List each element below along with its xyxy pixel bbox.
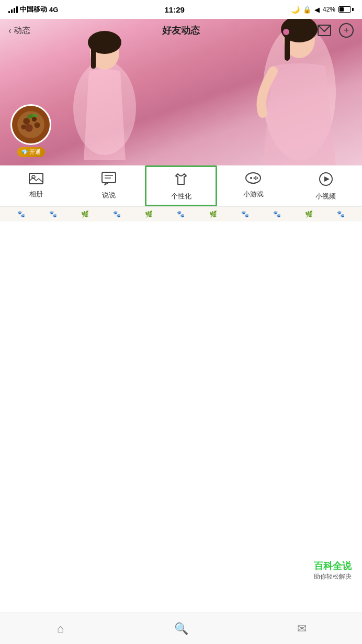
moments-label: 说说 — [102, 191, 116, 200]
message-icon: ✉ — [297, 622, 307, 636]
status-left: 中国移动 4G — [8, 5, 58, 14]
page-header: ‹ 动态 好友动态 + — [0, 19, 362, 42]
floating-badge-title: 百科全说 — [314, 560, 352, 572]
paw-icon: 🐾 — [49, 210, 57, 218]
paw-icon: 🐾 — [273, 210, 281, 218]
svg-marker-32 — [324, 176, 330, 182]
svg-point-24 — [246, 173, 261, 183]
back-button[interactable]: ‹ 动态 — [8, 25, 30, 36]
album-icon — [29, 172, 43, 187]
album-label: 相册 — [29, 190, 43, 199]
svg-point-30 — [254, 177, 255, 179]
minigame-icon — [245, 172, 262, 187]
floating-badge-subtitle: 助你轻松解决 — [314, 572, 352, 581]
tab-minigame[interactable]: 小游戏 — [217, 165, 289, 206]
avatar[interactable] — [10, 104, 51, 145]
moon-icon: 🌙 — [291, 5, 300, 14]
location-icon: ◀ — [314, 6, 320, 14]
battery-indicator — [338, 6, 354, 13]
cover-section: ‹ 动态 好友动态 + — [0, 19, 362, 165]
plus-circle-icon: + — [339, 23, 354, 38]
home-icon: ⌂ — [57, 622, 64, 636]
paw-icon: 🌿 — [145, 210, 153, 218]
header-actions: + — [317, 23, 354, 38]
paw-icon: 🌿 — [81, 210, 89, 218]
minivideo-label: 小视频 — [315, 192, 336, 201]
paw-icon: 🐾 — [177, 210, 185, 218]
tab-personalize[interactable]: 个性化 — [145, 165, 217, 206]
svg-point-27 — [255, 176, 257, 178]
status-right: 🌙 🔒 ◀ 42% — [291, 5, 354, 14]
bottom-nav-search[interactable]: 🔍 — [121, 622, 242, 636]
svg-point-14 — [34, 122, 40, 128]
status-bar: 中国移动 4G 11:29 🌙 🔒 ◀ 42% — [0, 0, 362, 19]
svg-point-29 — [255, 179, 257, 180]
svg-point-16 — [21, 125, 26, 129]
main-content — [0, 221, 362, 588]
network-label: 4G — [49, 6, 58, 14]
cover-figure-left — [42, 24, 173, 160]
bottom-nav: ⌂ 🔍 ✉ — [0, 613, 362, 644]
svg-point-15 — [25, 124, 33, 132]
minigame-label: 小游戏 — [243, 190, 264, 199]
bottom-nav-home[interactable]: ⌂ — [0, 622, 121, 636]
vip-badge[interactable]: 💎 开通 — [17, 147, 45, 157]
svg-rect-21 — [102, 172, 116, 183]
minivideo-icon — [319, 172, 333, 190]
paw-icon: 🐾 — [241, 210, 249, 218]
personalize-icon — [174, 172, 188, 190]
time-label: 11:29 — [164, 5, 184, 14]
paw-icon: 🌿 — [305, 210, 313, 218]
tab-moments[interactable]: 说说 — [72, 165, 144, 206]
floating-badge[interactable]: 百科全说 助你轻松解决 — [314, 560, 352, 581]
search-icon: 🔍 — [174, 622, 188, 636]
tabs-bar: 相册 说说 个性化 — [0, 165, 362, 207]
paw-icon: 🐾 — [17, 210, 25, 218]
add-icon-button[interactable]: + — [339, 23, 354, 38]
tab-minivideo[interactable]: 小视频 — [290, 165, 362, 206]
page-title: 好友动态 — [162, 24, 200, 37]
tab-album[interactable]: 相册 — [0, 165, 72, 206]
vip-label: 开通 — [29, 148, 41, 156]
svg-point-28 — [257, 177, 258, 179]
message-icon-button[interactable] — [317, 23, 332, 38]
carrier-label: 中国移动 — [20, 5, 47, 14]
paw-icon: 🐾 — [113, 210, 121, 218]
battery-label: 42% — [323, 6, 335, 13]
diamond-icon: 💎 — [21, 149, 28, 155]
svg-point-13 — [32, 117, 37, 121]
svg-point-12 — [23, 118, 30, 125]
signal-icon — [8, 6, 18, 13]
moments-icon — [101, 172, 116, 188]
svg-rect-19 — [29, 173, 43, 184]
back-chevron-icon: ‹ — [8, 25, 12, 36]
back-label: 动态 — [14, 25, 30, 36]
lock-icon: 🔒 — [303, 6, 311, 14]
avatar-section: 💎 开通 — [10, 104, 51, 157]
paw-icon: 🌿 — [209, 210, 217, 218]
svg-rect-8 — [91, 40, 96, 69]
bottom-nav-message[interactable]: ✉ — [241, 622, 362, 636]
personalize-label: 个性化 — [171, 192, 191, 201]
paw-strip: 🐾 🐾 🌿 🐾 🌿 🐾 🌿 🐾 🐾 🌿 🐾 — [0, 207, 362, 221]
paw-icon: 🐾 — [337, 210, 345, 218]
